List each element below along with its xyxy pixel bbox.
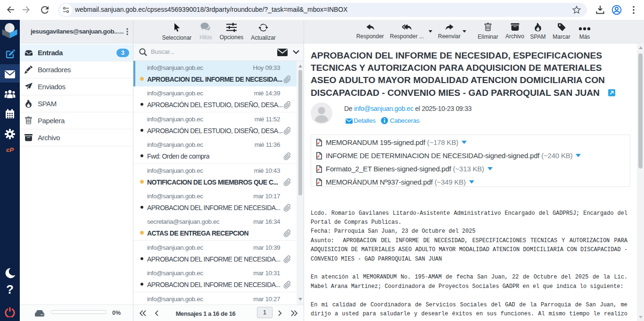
svg-text:?: ?	[6, 282, 14, 296]
